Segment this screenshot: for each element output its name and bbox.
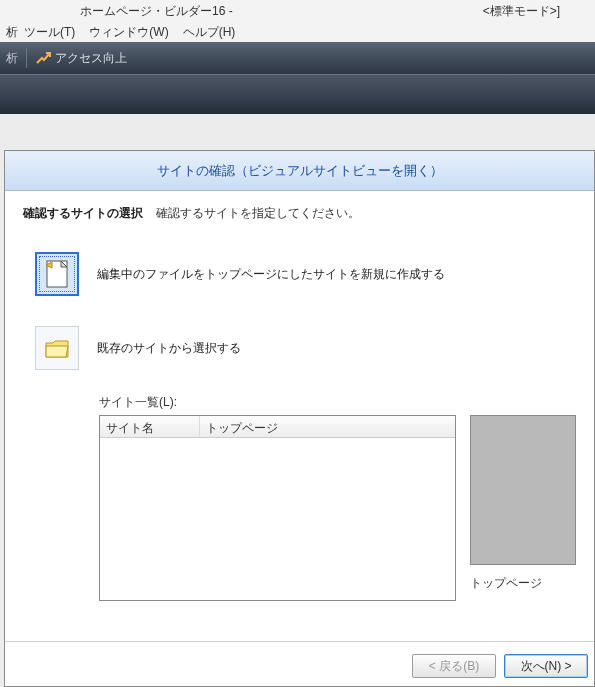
workspace-bg — [0, 114, 595, 149]
preview-label: トップページ — [470, 575, 576, 592]
dialog-separator — [5, 641, 594, 642]
dialog-title: サイトの確認（ビジュアルサイトビューを開く） — [5, 151, 594, 191]
dialog-footer: < 戻る(B) 次へ(N) > — [412, 654, 588, 678]
new-site-icon[interactable] — [35, 252, 79, 296]
titlebar: ホームページ・ビルダー16 - <標準モード>] — [0, 0, 595, 22]
back-button: < 戻る(B) — [412, 654, 496, 678]
option-existing-site[interactable]: 既存のサイトから選択する — [35, 326, 576, 370]
existing-site-icon[interactable] — [35, 326, 79, 370]
section-subtitle: 確認するサイトを指定してください。 — [156, 206, 360, 220]
section-title: 確認するサイトの選択 — [23, 205, 143, 222]
option-new-site-label: 編集中のファイルをトップページにしたサイトを新規に作成する — [97, 266, 445, 283]
option-new-site[interactable]: 編集中のファイルをトップページにしたサイトを新規に作成する — [35, 252, 576, 296]
app-title: ホームページ・ビルダー16 - — [80, 3, 233, 20]
dialog-site-confirm: サイトの確認（ビジュアルサイトビューを開く） 確認するサイトの選択 確認するサイ… — [4, 150, 595, 687]
preview-thumbnail — [470, 415, 576, 565]
menu-tools[interactable]: ツール(T) — [24, 24, 75, 41]
sitelist-label: サイト一覧(L): — [99, 394, 576, 411]
option-existing-site-label: 既存のサイトから選択する — [97, 340, 241, 357]
sitelist-header: サイト名 トップページ — [100, 416, 455, 438]
next-button[interactable]: 次へ(N) > — [504, 654, 588, 678]
toolbar: 析 アクセス向上 — [0, 42, 595, 74]
menu-help[interactable]: ヘルプ(H) — [183, 24, 236, 41]
menubar: 析 ツール(T) ウィンドウ(W) ヘルプ(H) — [0, 22, 595, 42]
toolbar-fragment: 析 — [6, 50, 18, 67]
mode-label: <標準モード>] — [483, 3, 560, 20]
access-up-icon — [35, 50, 51, 66]
column-top-page[interactable]: トップページ — [200, 416, 455, 437]
column-site-name[interactable]: サイト名 — [100, 416, 200, 437]
sitelist-table[interactable]: サイト名 トップページ — [99, 415, 456, 601]
menu-window[interactable]: ウィンドウ(W) — [89, 24, 168, 41]
toolbar-access-up[interactable]: アクセス向上 — [55, 50, 127, 67]
ribbon-strip — [0, 74, 595, 114]
menu-fragment: 析 — [6, 24, 18, 41]
